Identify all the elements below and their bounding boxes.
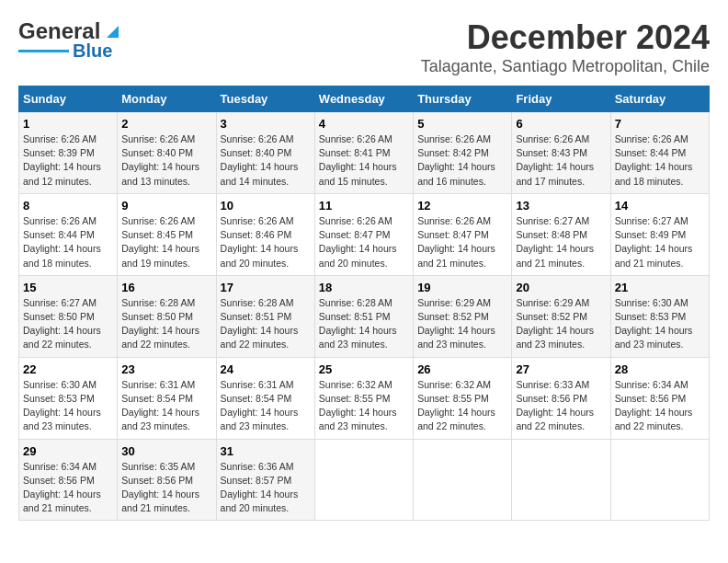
day-info: Sunrise: 6:27 AMSunset: 8:49 PMDaylight:… [615,214,705,270]
day-info: Sunrise: 6:26 AMSunset: 8:40 PMDaylight:… [221,132,311,189]
day-number: 25 [319,362,409,376]
calendar-cell: 20Sunrise: 6:29 AMSunset: 8:52 PMDayligh… [512,275,610,357]
day-number: 27 [516,362,606,376]
calendar-cell: 7Sunrise: 6:26 AMSunset: 8:44 PMDaylight… [610,112,709,194]
day-number: 22 [23,362,113,376]
day-info: Sunrise: 6:34 AMSunset: 8:56 PMDaylight:… [23,460,113,516]
day-header-sunday: Sunday [19,86,118,112]
calendar-week-row: 8Sunrise: 6:26 AMSunset: 8:44 PMDaylight… [19,193,710,275]
day-info: Sunrise: 6:26 AMSunset: 8:42 PMDaylight:… [417,132,507,189]
calendar-cell: 3Sunrise: 6:26 AMSunset: 8:40 PMDaylight… [216,112,314,194]
day-number: 2 [121,117,211,131]
calendar-week-row: 15Sunrise: 6:27 AMSunset: 8:50 PMDayligh… [19,275,710,357]
day-info: Sunrise: 6:29 AMSunset: 8:52 PMDaylight:… [417,296,507,352]
calendar-cell: 5Sunrise: 6:26 AMSunset: 8:42 PMDaylight… [414,112,512,194]
calendar-cell: 27Sunrise: 6:33 AMSunset: 8:56 PMDayligh… [512,357,610,439]
calendar-cell: 4Sunrise: 6:26 AMSunset: 8:41 PMDaylight… [314,112,413,194]
header: General Blue December 2024 Talagante, Sa… [18,18,710,76]
day-header-thursday: Thursday [414,86,512,112]
day-info: Sunrise: 6:30 AMSunset: 8:53 PMDaylight:… [615,296,705,352]
day-info: Sunrise: 6:28 AMSunset: 8:50 PMDaylight:… [121,296,211,352]
day-header-wednesday: Wednesday [314,86,413,112]
day-header-friday: Friday [512,86,610,112]
day-info: Sunrise: 6:33 AMSunset: 8:56 PMDaylight:… [516,378,606,434]
calendar-cell: 24Sunrise: 6:31 AMSunset: 8:54 PMDayligh… [216,357,314,439]
day-number: 20 [516,281,606,294]
day-number: 21 [615,281,705,294]
calendar-cell: 13Sunrise: 6:27 AMSunset: 8:48 PMDayligh… [512,193,610,275]
day-number: 29 [23,444,113,458]
calendar-week-row: 1Sunrise: 6:26 AMSunset: 8:39 PMDaylight… [19,112,710,194]
day-info: Sunrise: 6:26 AMSunset: 8:47 PMDaylight:… [417,214,507,270]
svg-marker-0 [107,26,119,38]
day-number: 19 [417,281,507,294]
calendar-cell: 19Sunrise: 6:29 AMSunset: 8:52 PMDayligh… [414,275,512,357]
calendar-week-row: 22Sunrise: 6:30 AMSunset: 8:53 PMDayligh… [19,357,710,439]
page-subtitle: Talagante, Santiago Metropolitan, Chile [421,57,710,76]
day-info: Sunrise: 6:30 AMSunset: 8:53 PMDaylight:… [23,378,113,434]
day-info: Sunrise: 6:28 AMSunset: 8:51 PMDaylight:… [319,296,409,352]
calendar-cell: 14Sunrise: 6:27 AMSunset: 8:49 PMDayligh… [610,193,709,275]
calendar-header-row: SundayMondayTuesdayWednesdayThursdayFrid… [19,86,710,112]
day-header-saturday: Saturday [610,86,709,112]
calendar-cell: 17Sunrise: 6:28 AMSunset: 8:51 PMDayligh… [216,275,314,357]
day-info: Sunrise: 6:26 AMSunset: 8:40 PMDaylight:… [121,132,211,189]
calendar-cell: 12Sunrise: 6:26 AMSunset: 8:47 PMDayligh… [414,193,512,275]
calendar-cell [414,439,512,521]
calendar-cell: 1Sunrise: 6:26 AMSunset: 8:39 PMDaylight… [19,112,118,194]
day-info: Sunrise: 6:28 AMSunset: 8:51 PMDaylight:… [221,296,311,352]
calendar-cell: 9Sunrise: 6:26 AMSunset: 8:45 PMDaylight… [118,193,216,275]
day-number: 4 [319,117,409,131]
day-number: 5 [417,117,507,131]
day-info: Sunrise: 6:32 AMSunset: 8:55 PMDaylight:… [319,378,409,434]
day-number: 1 [23,117,113,131]
calendar-cell: 8Sunrise: 6:26 AMSunset: 8:44 PMDaylight… [19,193,118,275]
day-number: 16 [121,281,211,294]
day-info: Sunrise: 6:26 AMSunset: 8:44 PMDaylight:… [23,214,113,270]
day-info: Sunrise: 6:31 AMSunset: 8:54 PMDaylight:… [221,378,311,434]
day-header-tuesday: Tuesday [216,86,314,112]
day-info: Sunrise: 6:26 AMSunset: 8:46 PMDaylight:… [221,214,311,270]
day-number: 6 [516,117,606,131]
calendar-cell: 29Sunrise: 6:34 AMSunset: 8:56 PMDayligh… [19,439,118,521]
day-info: Sunrise: 6:31 AMSunset: 8:54 PMDaylight:… [121,378,211,434]
day-info: Sunrise: 6:26 AMSunset: 8:39 PMDaylight:… [23,132,113,189]
day-number: 9 [121,199,211,213]
day-number: 3 [221,117,311,131]
day-info: Sunrise: 6:29 AMSunset: 8:52 PMDaylight:… [516,296,606,352]
day-number: 30 [121,444,211,458]
day-info: Sunrise: 6:26 AMSunset: 8:43 PMDaylight:… [516,132,606,189]
day-info: Sunrise: 6:36 AMSunset: 8:57 PMDaylight:… [221,460,311,516]
day-info: Sunrise: 6:32 AMSunset: 8:55 PMDaylight:… [417,378,507,434]
day-number: 18 [319,281,409,294]
title-area: December 2024 Talagante, Santiago Metrop… [421,18,710,76]
calendar-table: SundayMondayTuesdayWednesdayThursdayFrid… [18,86,710,521]
calendar-cell [512,439,610,521]
calendar-body: 1Sunrise: 6:26 AMSunset: 8:39 PMDaylight… [19,112,710,521]
day-info: Sunrise: 6:34 AMSunset: 8:56 PMDaylight:… [615,378,705,434]
day-number: 26 [417,362,507,376]
day-info: Sunrise: 6:26 AMSunset: 8:41 PMDaylight:… [319,132,409,189]
calendar-cell: 2Sunrise: 6:26 AMSunset: 8:40 PMDaylight… [118,112,216,194]
calendar-cell: 6Sunrise: 6:26 AMSunset: 8:43 PMDaylight… [512,112,610,194]
day-number: 15 [23,281,113,294]
calendar-cell: 10Sunrise: 6:26 AMSunset: 8:46 PMDayligh… [216,193,314,275]
calendar-cell: 28Sunrise: 6:34 AMSunset: 8:56 PMDayligh… [610,357,709,439]
day-number: 13 [516,199,606,213]
day-number: 24 [221,362,311,376]
page-title: December 2024 [421,18,710,57]
logo-blue: Blue [73,40,112,62]
day-info: Sunrise: 6:26 AMSunset: 8:45 PMDaylight:… [121,214,211,270]
day-header-monday: Monday [118,86,216,112]
calendar-cell: 11Sunrise: 6:26 AMSunset: 8:47 PMDayligh… [314,193,413,275]
calendar-cell: 22Sunrise: 6:30 AMSunset: 8:53 PMDayligh… [19,357,118,439]
calendar-cell: 23Sunrise: 6:31 AMSunset: 8:54 PMDayligh… [118,357,216,439]
day-info: Sunrise: 6:27 AMSunset: 8:48 PMDaylight:… [516,214,606,270]
day-info: Sunrise: 6:27 AMSunset: 8:50 PMDaylight:… [23,296,113,352]
day-number: 11 [319,199,409,213]
logo-icon [102,21,122,41]
day-info: Sunrise: 6:26 AMSunset: 8:44 PMDaylight:… [615,132,705,189]
day-number: 31 [221,444,311,458]
calendar-week-row: 29Sunrise: 6:34 AMSunset: 8:56 PMDayligh… [19,439,710,521]
logo: General Blue [18,18,122,62]
